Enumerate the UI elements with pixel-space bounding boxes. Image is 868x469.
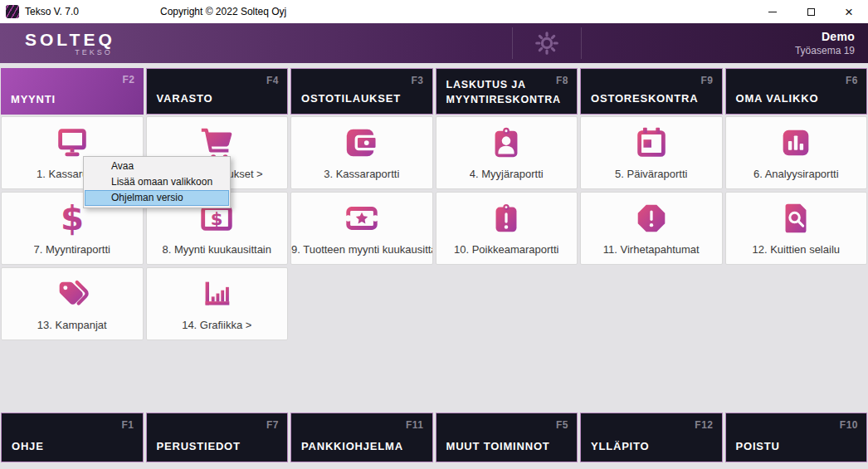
gear-icon [534,30,560,56]
context-menu-item-avaa[interactable]: Avaa [85,159,229,174]
tab-myynti[interactable]: F2 MYYNTI [1,68,144,115]
settings-button[interactable] [512,27,582,59]
tile-myyjaraportti[interactable]: 4. Myyjäraportti [436,116,578,189]
tile-poikkeamaraportti[interactable]: 10. Poikkeamaraportti [436,192,578,265]
tab-varasto[interactable]: F4 VARASTO [146,68,289,115]
tile-label: 8. Myynti kuukausittain [162,243,271,256]
logo-primary-text: SOLTEQ [25,30,115,50]
fkey-label: F7 [266,419,279,431]
tab-label: OSTOTILAUKSET [301,92,401,105]
window-controls: × [753,0,868,23]
button-label: PANKKIOHJELMA [301,440,403,452]
fkey-label: F9 [700,75,713,86]
tab-label: OSTORESKONTRA [591,92,698,105]
tile-kuittien-selailu[interactable]: 12. Kuittien selailu [725,192,868,265]
app-window: Tekso V. 7.0 Copyright © 2022 Solteq Oyj… [0,0,868,469]
tile-label: 7. Myyntiraportti [34,243,110,256]
bottom-buttons: F1 OHJE F7 PERUSTIEDOT F11 PANKKIOHJELMA… [1,413,867,462]
graph-axis-icon [197,275,236,313]
close-icon: × [845,5,853,19]
alert-badge-icon [487,199,525,237]
tile-kampanjat[interactable]: 13. Kampanjat [1,267,144,340]
id-badge-icon [487,124,525,162]
tile-label: 10. Poikkeamaraportti [454,243,558,256]
fkey-label: F6 [846,75,858,86]
window-title: Tekso V. 7.0 [25,6,79,17]
close-button[interactable]: × [830,0,868,23]
tile-label: 11. Virhetapahtumat [603,243,700,256]
alert-octagon-icon [632,199,671,237]
button-muut-toiminnot[interactable]: F5 MUUT TOIMINNOT [436,413,578,462]
user-name: Demo [795,30,855,43]
tab-label: OMA VALIKKO [736,92,819,105]
maximize-icon [807,8,815,16]
tab-ostotilaukset[interactable]: F3 OSTOTILAUKSET [290,68,433,115]
context-menu: Avaa Lisää omaan valikkoon Ohjelman vers… [83,156,231,208]
fkey-label: F1 [121,419,134,431]
tab-oma-valikko[interactable]: F6 OMA VALIKKO [725,68,868,115]
button-perustiedot[interactable]: F7 PERUSTIEDOT [146,413,289,462]
tile-kassaraportti[interactable]: 3. Kassaraportti [290,116,433,189]
app-icon [6,5,19,18]
tile-grid: 1. Kassarutiinit 2. Myyntitilaukset > 3.… [1,116,867,340]
tags-icon [53,275,91,313]
tile-label: 3. Kassaraportti [324,168,399,180]
button-yllapito[interactable]: F12 YLLÄPITO [580,413,723,462]
fkey-label: F11 [406,419,424,431]
context-menu-item-lisaa-omaan-valikkoon[interactable]: Lisää omaan valikkoon [85,174,229,190]
session-info: Demo Työasema 19 [795,30,868,56]
context-menu-item-ohjelman-versio[interactable]: Ohjelman versio [85,190,229,206]
button-label: YLLÄPITO [591,440,649,452]
copyright-text: Copyright © 2022 Solteq Oyj [160,0,286,23]
button-label: MUUT TOIMINNOT [446,440,550,452]
fkey-label: F2 [122,74,134,85]
button-label: PERUSTIEDOT [157,440,241,452]
titlebar: Tekso V. 7.0 Copyright © 2022 Solteq Oyj… [0,0,868,23]
fkey-label: F3 [411,75,423,86]
tab-ostoreskontra[interactable]: F9 OSTORESKONTRA [580,68,723,115]
calendar-icon [632,124,671,162]
app-header: SOLTEQ TEKSO Demo Työasema 19 [0,23,868,63]
fkey-label: F12 [695,419,713,431]
minimize-icon [768,12,777,12]
ticket-star-icon [343,199,381,237]
tile-label: 6. Analyysiraportti [753,168,839,180]
tile-label: 14. Grafiikka > [182,319,251,331]
tab-laskutus-ja-myyntireskontra[interactable]: F8 LASKUTUS JA MYYNTIRESKONTRA [436,68,578,115]
tile-label: 9. Tuotteen myynti kuukausittain [291,243,432,256]
tile-label: 5. Päiväraportti [615,168,687,180]
wallet-icon [343,124,381,162]
maximize-button[interactable] [792,0,830,23]
fkey-label: F5 [556,419,568,431]
fkey-label: F10 [840,419,858,431]
tile-analyysiraportti[interactable]: 6. Analyysiraportti [725,116,868,189]
receipt-search-icon [777,199,815,237]
tab-label: VARASTO [157,92,213,105]
workstation-label: Työasema 19 [795,45,855,56]
solteq-logo: SOLTEQ TEKSO [0,30,115,56]
tile-paivaraportti[interactable]: 5. Päiväraportti [580,116,723,189]
tile-virhetapahtumat[interactable]: 11. Virhetapahtumat [580,192,723,265]
bar-chart-square-icon [777,124,815,162]
svg-text:$: $ [61,199,84,237]
button-ohje[interactable]: F1 OHJE [1,413,144,462]
svg-text:$: $ [211,208,223,229]
button-label: POISTU [736,440,780,452]
button-poistu[interactable]: F10 POISTU [725,413,868,462]
fkey-label: F4 [266,75,279,86]
button-pankkiohjelma[interactable]: F11 PANKKIOHJELMA [290,413,433,462]
main-tabs: F2 MYYNTI F4 VARASTO F3 OSTOTILAUKSET F8… [1,68,867,115]
tile-label: 13. Kampanjat [37,319,107,331]
tile-tuotteen-myynti[interactable]: 9. Tuotteen myynti kuukausittain [290,192,433,265]
tile-label: 4. Myyjäraportti [470,168,544,180]
tile-label: 12. Kuittien selailu [752,243,840,256]
button-label: OHJE [12,440,44,452]
minimize-button[interactable] [753,0,792,23]
tab-label: LASKUTUS JA MYYNTIRESKONTRA [446,78,573,107]
tab-label: MYYNTI [11,93,56,105]
tile-grafiikka[interactable]: 14. Grafiikka > [146,267,289,340]
